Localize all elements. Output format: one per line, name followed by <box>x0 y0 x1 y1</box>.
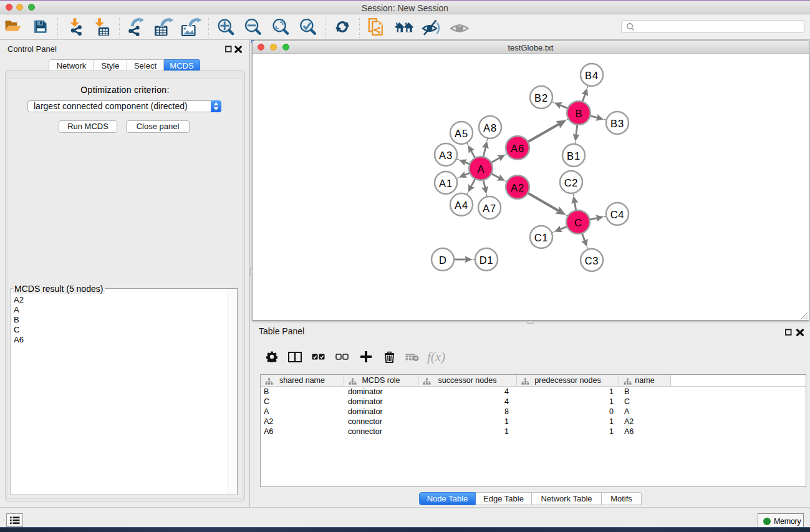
svg-text:A4: A4 <box>455 200 468 211</box>
svg-text:A1: A1 <box>439 178 453 189</box>
svg-text:B: B <box>575 108 582 119</box>
svg-text:A7: A7 <box>483 203 496 214</box>
svg-text:A5: A5 <box>455 128 468 139</box>
svg-text:C4: C4 <box>610 209 625 220</box>
svg-text:A3: A3 <box>439 150 453 161</box>
svg-text:B1: B1 <box>567 150 581 162</box>
svg-text:B3: B3 <box>610 118 624 129</box>
svg-text:D1: D1 <box>480 254 494 266</box>
svg-text:A2: A2 <box>511 182 524 193</box>
svg-text:C1: C1 <box>534 232 549 243</box>
svg-text:A8: A8 <box>483 122 497 133</box>
svg-text:B4: B4 <box>585 70 599 81</box>
svg-text:C2: C2 <box>564 177 579 188</box>
svg-text:C3: C3 <box>585 255 599 266</box>
svg-text:D: D <box>439 254 446 266</box>
svg-text:B2: B2 <box>534 92 548 104</box>
svg-text:C: C <box>574 217 582 228</box>
svg-text:A: A <box>477 163 484 175</box>
svg-text:A6: A6 <box>511 143 524 154</box>
